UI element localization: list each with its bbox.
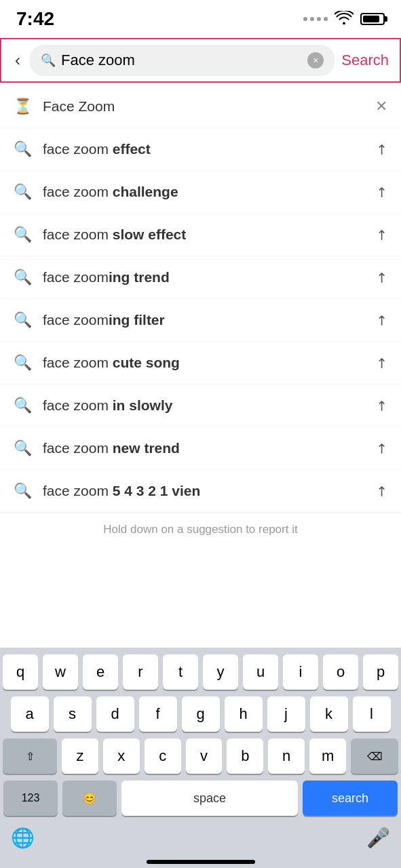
suggestion-text: face zooming trend: [43, 269, 370, 285]
battery-icon: [360, 13, 385, 25]
arrow-icon: ↗: [372, 439, 392, 458]
suggestion-text: face zoom new trend: [43, 440, 370, 456]
list-item[interactable]: 🔍 face zoom slow effect ↗: [0, 214, 401, 256]
history-icon: ⏳: [14, 98, 32, 115]
key-p[interactable]: p: [363, 654, 398, 690]
list-item[interactable]: 🔍 face zoom effect ↗: [0, 128, 401, 171]
key-a[interactable]: a: [11, 696, 49, 732]
suggestion-item-history[interactable]: ⏳ Face Zoom ✕: [0, 85, 401, 128]
status-time: 7:42: [16, 8, 54, 30]
key-m[interactable]: m: [309, 738, 346, 774]
list-item[interactable]: 🔍 face zoom cute song ↗: [0, 342, 401, 384]
space-key[interactable]: space: [121, 781, 298, 816]
search-icon: 🔍: [14, 482, 32, 500]
home-indicator: [147, 860, 255, 864]
key-c[interactable]: c: [145, 738, 181, 774]
keyboard-row-3: ⇧ z x c v b n m ⌫: [3, 738, 398, 774]
microphone-icon[interactable]: 🎤: [366, 827, 390, 849]
search-icon: 🔍: [41, 53, 56, 68]
backspace-key[interactable]: ⌫: [351, 738, 398, 774]
search-icon: 🔍: [14, 397, 32, 414]
arrow-icon: ↗: [372, 396, 392, 416]
list-item[interactable]: 🔍 face zoom 5 4 3 2 1 vien ↗: [0, 470, 401, 513]
key-e[interactable]: e: [83, 654, 118, 690]
key-l[interactable]: l: [353, 696, 391, 732]
search-bar: ‹ 🔍 × Search: [0, 38, 401, 83]
keyboard-bottom-row: 🌐 🎤: [3, 823, 398, 854]
search-icon: 🔍: [14, 439, 32, 457]
key-w[interactable]: w: [43, 654, 78, 690]
suggestion-text: face zoom effect: [43, 141, 370, 157]
search-icon: 🔍: [14, 183, 32, 201]
key-v[interactable]: v: [186, 738, 223, 774]
suggestion-text: face zoom in slowly: [43, 397, 370, 414]
key-j[interactable]: j: [267, 696, 305, 732]
key-d[interactable]: d: [96, 696, 134, 732]
key-r[interactable]: r: [123, 654, 158, 690]
key-o[interactable]: o: [323, 654, 358, 690]
list-item[interactable]: 🔍 face zoom in slowly ↗: [0, 384, 401, 427]
key-x[interactable]: x: [103, 738, 140, 774]
arrow-icon: ↗: [372, 353, 392, 373]
key-g[interactable]: g: [182, 696, 220, 732]
search-input-wrapper: 🔍 ×: [30, 45, 335, 76]
status-icons: [303, 11, 385, 27]
key-b[interactable]: b: [227, 738, 263, 774]
suggestion-text: face zoom cute song: [43, 355, 370, 371]
arrow-icon: ↗: [372, 225, 392, 245]
search-icon: 🔍: [14, 354, 32, 372]
list-item[interactable]: 🔍 face zoom new trend ↗: [0, 427, 401, 470]
shift-key[interactable]: ⇧: [3, 738, 57, 774]
numbers-key[interactable]: 123: [3, 781, 58, 816]
close-icon[interactable]: ✕: [375, 98, 387, 115]
key-n[interactable]: n: [268, 738, 305, 774]
key-z[interactable]: z: [62, 738, 98, 774]
search-button[interactable]: Search: [341, 52, 389, 69]
suggestion-text: face zooming filter: [43, 312, 370, 328]
arrow-icon: ↗: [372, 268, 392, 288]
search-icon: 🔍: [14, 269, 32, 286]
search-icon: 🔍: [14, 226, 32, 243]
arrow-icon: ↗: [372, 182, 392, 202]
key-t[interactable]: t: [163, 654, 198, 690]
key-i[interactable]: i: [283, 654, 318, 690]
keyboard: q w e r t y u i o p a s d f g h j k l ⇧ …: [0, 648, 401, 868]
key-s[interactable]: s: [54, 696, 92, 732]
emoji-key[interactable]: 😊: [62, 781, 117, 816]
suggestions-list: ⏳ Face Zoom ✕ 🔍 face zoom effect ↗ 🔍 fac…: [0, 85, 401, 546]
keyboard-row-4: 123 😊 space search: [3, 781, 398, 816]
list-item[interactable]: 🔍 face zoom challenge ↗: [0, 171, 401, 214]
key-u[interactable]: u: [243, 654, 278, 690]
wifi-icon: [335, 11, 354, 27]
list-item[interactable]: 🔍 face zooming trend ↗: [0, 256, 401, 299]
globe-icon[interactable]: 🌐: [11, 827, 35, 849]
suggestion-text: face zoom slow effect: [43, 226, 370, 243]
key-k[interactable]: k: [310, 696, 348, 732]
keyboard-row-2: a s d f g h j k l: [3, 696, 398, 732]
arrow-icon: ↗: [372, 311, 392, 330]
key-f[interactable]: f: [139, 696, 177, 732]
key-q[interactable]: q: [3, 654, 38, 690]
keyboard-search-key[interactable]: search: [303, 781, 398, 816]
search-input[interactable]: [61, 52, 302, 69]
search-icon: 🔍: [14, 311, 32, 329]
search-icon: 🔍: [14, 140, 32, 158]
status-bar: 7:42: [0, 0, 401, 35]
key-h[interactable]: h: [225, 696, 263, 732]
key-y[interactable]: y: [203, 654, 238, 690]
suggestion-text: face zoom challenge: [43, 184, 370, 200]
arrow-icon: ↗: [372, 481, 392, 501]
hint-text: Hold down on a suggestion to report it: [0, 513, 401, 546]
keyboard-row-1: q w e r t y u i o p: [3, 654, 398, 690]
signal-dots-icon: [303, 17, 328, 21]
list-item[interactable]: 🔍 face zooming filter ↗: [0, 299, 401, 342]
back-button[interactable]: ‹: [12, 48, 23, 73]
suggestion-text: face zoom 5 4 3 2 1 vien: [43, 483, 370, 499]
clear-button[interactable]: ×: [307, 52, 324, 68]
suggestion-text: Face Zoom: [43, 98, 375, 115]
arrow-icon: ↗: [372, 140, 392, 159]
